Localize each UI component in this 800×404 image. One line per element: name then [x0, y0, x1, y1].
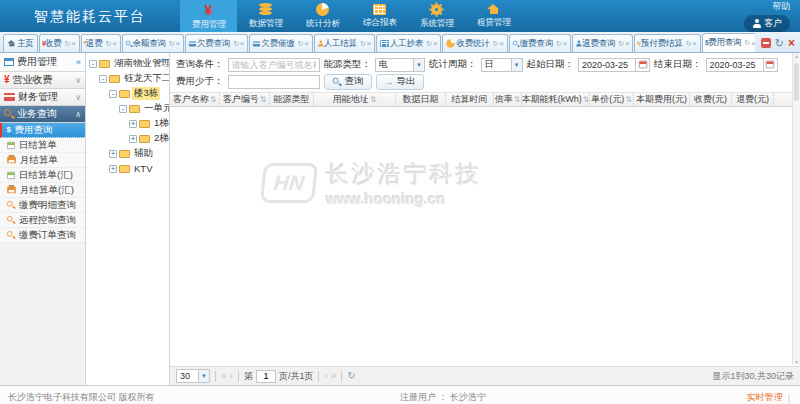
search-button[interactable]: 查询	[324, 74, 372, 90]
collapse-all-button[interactable]	[761, 38, 771, 48]
tab-close-icon[interactable]: ×	[175, 39, 179, 48]
tab-12[interactable]: $费用查询 ↻×	[702, 33, 755, 52]
tab-close-icon[interactable]: ×	[433, 39, 437, 48]
calendar-icon[interactable]	[635, 59, 649, 71]
scroll-thumb[interactable]	[794, 63, 799, 101]
next-page-button[interactable]: ›	[324, 371, 327, 381]
tab-close-icon[interactable]: ×	[692, 39, 696, 48]
sidebar-item-0[interactable]: $费用查询	[0, 123, 85, 138]
sidebar-item-4[interactable]: 月结算单(汇)	[0, 183, 85, 198]
column-header-6[interactable]: 倍率 ⇅	[494, 93, 522, 106]
chevron-down-icon[interactable]: ▾	[413, 59, 424, 71]
expand-icon[interactable]: +	[109, 150, 117, 158]
tree-node-6[interactable]: + 辅助	[86, 146, 169, 161]
tab-refresh-icon[interactable]: ↻	[65, 40, 71, 48]
expand-icon[interactable]: +	[129, 135, 137, 143]
column-header-11[interactable]: 退费(元)	[732, 93, 774, 106]
collapse-icon[interactable]: -	[89, 60, 97, 68]
help-link[interactable]: 帮助	[772, 0, 790, 13]
tree-node-0[interactable]: - 湖南物业管理有限公司	[86, 56, 169, 71]
sidebar-item-1[interactable]: 日结算单	[0, 138, 85, 153]
tab-3[interactable]: 余额查询 ↻×	[122, 34, 184, 52]
column-header-8[interactable]: 单价(元) ⇅	[590, 93, 634, 106]
calendar-icon[interactable]	[763, 59, 777, 71]
column-header-2[interactable]: 能源类型	[270, 93, 314, 106]
tab-close-icon[interactable]: ×	[71, 39, 75, 48]
tab-close-icon[interactable]: ×	[304, 39, 308, 48]
tab-close-icon[interactable]: ×	[112, 39, 116, 48]
tab-7[interactable]: 人工抄表 ↻×	[376, 34, 441, 52]
close-tab-icon[interactable]: ×	[788, 37, 795, 49]
column-header-5[interactable]: 结算时间	[446, 93, 494, 106]
tab-refresh-icon[interactable]: ↻	[360, 40, 366, 48]
topnav-item-4[interactable]: 系统管理	[408, 0, 465, 32]
topnav-item-2[interactable]: 统计分析	[294, 0, 351, 32]
column-header-9[interactable]: 本期费用(元)	[634, 93, 690, 106]
tab-9[interactable]: 缴费查询 ↻×	[509, 34, 571, 52]
tab-close-icon[interactable]: ×	[563, 39, 567, 48]
column-header-7[interactable]: 本期能耗(kWh) ⇅	[522, 93, 590, 106]
chevron-down-icon[interactable]: ▾	[198, 370, 209, 382]
sidebar-section-1[interactable]: 财务管理 ∨	[0, 89, 85, 106]
tab-10[interactable]: 退费查询 ↻×	[572, 34, 633, 52]
tree-node-3[interactable]: - 一单元	[86, 101, 169, 116]
fee-input[interactable]	[228, 75, 320, 89]
collapse-icon[interactable]: -	[119, 105, 127, 113]
tab-refresh-icon[interactable]: ↻	[744, 39, 750, 47]
tree-node-2[interactable]: - 楼3栋	[86, 86, 169, 101]
topnav-item-5[interactable]: 租赁管理	[465, 0, 522, 32]
scrollbar[interactable]: ▲ ▼	[792, 53, 800, 365]
tab-close-icon[interactable]: ×	[625, 39, 629, 48]
tab-2[interactable]: *退费 ↻×	[81, 34, 121, 52]
last-page-button[interactable]: »	[331, 371, 337, 381]
tab-refresh-icon[interactable]: ↻	[233, 40, 239, 48]
tab-1[interactable]: ¥收费 ↻×	[39, 34, 80, 52]
tab-refresh-icon[interactable]: ↻	[618, 40, 624, 48]
tab-refresh-icon[interactable]: ↻	[686, 40, 692, 48]
tab-refresh-icon[interactable]: ↻	[426, 40, 432, 48]
sidebar-section-0[interactable]: ¥营业收费 ∨	[0, 72, 85, 89]
page-number-input[interactable]	[256, 370, 276, 383]
column-header-4[interactable]: 数据日期	[396, 93, 446, 106]
sidebar-item-2[interactable]: 月结算单	[0, 153, 85, 168]
tree-node-5[interactable]: + 2梯	[86, 131, 169, 146]
prev-page-button[interactable]: ‹	[230, 371, 233, 381]
topnav-item-0[interactable]: ¥费用管理	[180, 0, 237, 32]
tab-refresh-icon[interactable]: ↻	[298, 40, 304, 48]
tab-close-icon[interactable]: ×	[367, 39, 371, 48]
column-header-10[interactable]: 收费(元)	[690, 93, 732, 106]
tab-0[interactable]: 主页	[3, 34, 38, 52]
sidebar-item-3[interactable]: 日结算单(汇)	[0, 168, 85, 183]
expand-icon[interactable]: +	[109, 165, 117, 173]
tab-refresh-icon[interactable]: ↻	[105, 40, 111, 48]
footer-link[interactable]: 实时管理	[747, 391, 783, 404]
tab-refresh-icon[interactable]: ↻	[169, 40, 175, 48]
topnav-item-3[interactable]: 综合报表	[351, 0, 408, 32]
tab-8[interactable]: 收费统计 ↻×	[442, 34, 507, 52]
tree-node-4[interactable]: + 1梯	[86, 116, 169, 131]
collapse-icon[interactable]: -	[99, 75, 107, 83]
refresh-tab-icon[interactable]: ↻	[775, 38, 784, 49]
energy-type-select[interactable]: 电 ▾	[375, 58, 425, 72]
topnav-item-1[interactable]: 数据管理	[237, 0, 294, 32]
expand-icon[interactable]: +	[129, 120, 137, 128]
tab-refresh-icon[interactable]: ↻	[493, 40, 499, 48]
column-header-3[interactable]: 用能地址 ⇅	[314, 93, 396, 106]
column-header-1[interactable]: 客户编号 ⇅	[220, 93, 270, 106]
tab-close-icon[interactable]: ×	[240, 39, 244, 48]
tree-node-1[interactable]: - 钰龙天下二期	[86, 71, 169, 86]
first-page-button[interactable]: «	[221, 371, 227, 381]
end-date-input[interactable]: 2020-03-25	[706, 58, 778, 72]
tab-6[interactable]: 人工结算 ↻×	[314, 34, 375, 52]
sidebar-item-7[interactable]: 缴费订单查询	[0, 228, 85, 243]
scroll-down-icon[interactable]: ▼	[794, 359, 799, 365]
tab-5[interactable]: 欠费催缴 ↻×	[249, 34, 312, 52]
tab-close-icon[interactable]: ×	[499, 39, 503, 48]
page-size-select[interactable]: 30 ▾	[176, 369, 210, 383]
collapse-icon[interactable]: -	[109, 90, 117, 98]
period-select[interactable]: 日 ▾	[481, 58, 523, 72]
start-date-input[interactable]: 2020-03-25	[578, 58, 650, 72]
chevron-down-icon[interactable]: ▾	[511, 59, 522, 71]
sidebar-item-6[interactable]: 远程控制查询	[0, 213, 85, 228]
user-menu[interactable]: 客户	[744, 15, 790, 32]
